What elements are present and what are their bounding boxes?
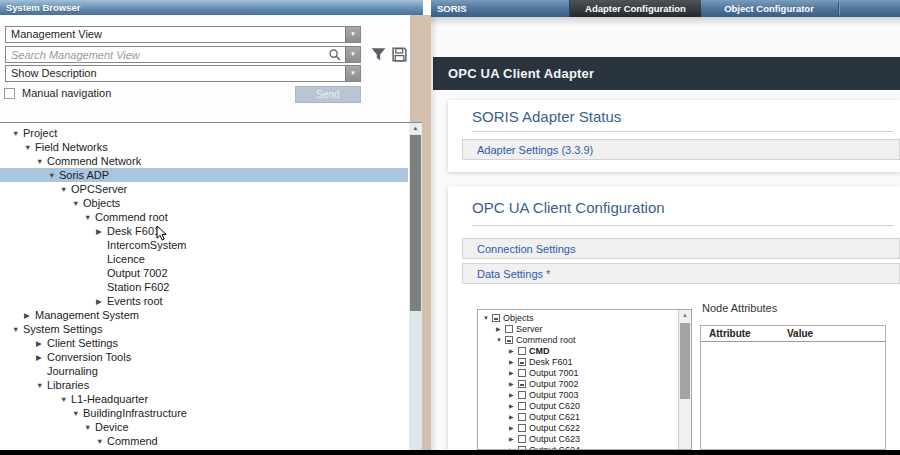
title-underline <box>472 131 893 132</box>
collapse-arrow-icon[interactable]: ▼ <box>60 393 71 407</box>
node-tree-item[interactable]: ▶Output 7003 <box>478 390 677 401</box>
tree-item[interactable]: ▼Commend <box>0 434 408 448</box>
tree-item[interactable]: ▶Desk F601 <box>0 224 408 238</box>
collapse-arrow-icon[interactable]: ▼ <box>496 335 505 346</box>
manual-navigation-checkbox[interactable] <box>4 88 15 99</box>
tree-item[interactable]: ▼OPCServer <box>0 182 408 196</box>
node-tree-item[interactable]: ▶Server <box>478 324 677 335</box>
adapter-settings-section[interactable]: Adapter Settings (3.3.9) <box>462 139 900 160</box>
node-checkbox[interactable] <box>518 424 526 432</box>
node-checkbox[interactable] <box>505 336 513 344</box>
scrollbar-thumb[interactable] <box>410 135 421 311</box>
tree-item[interactable]: ▶Client Settings <box>0 336 408 350</box>
node-checkbox[interactable] <box>518 435 526 443</box>
tree-item[interactable]: ▶Events root <box>0 294 408 308</box>
node-checkbox[interactable] <box>518 358 526 366</box>
expand-arrow-icon[interactable]: ▶ <box>96 225 107 239</box>
tree-item[interactable]: ▼Libraries <box>0 378 408 392</box>
expand-arrow-icon[interactable]: ▶ <box>509 434 518 445</box>
tree-item[interactable]: ▶Conversion Tools <box>0 350 408 364</box>
search-input[interactable] <box>6 47 311 62</box>
collapse-arrow-icon[interactable]: ▼ <box>84 421 95 435</box>
node-tree-item[interactable]: ▼Objects <box>478 313 677 324</box>
tree-item[interactable]: ▼Commend Network <box>0 154 408 168</box>
node-checkbox[interactable] <box>492 314 500 322</box>
collapse-arrow-icon[interactable]: ▼ <box>36 379 47 393</box>
tree-item[interactable]: ▼Device <box>0 420 408 434</box>
expand-arrow-icon[interactable]: ▶ <box>36 337 47 351</box>
expand-arrow-icon[interactable]: ▶ <box>509 368 518 379</box>
tree-item[interactable]: ▼BuildingInfrastructure <box>0 406 408 420</box>
data-settings-section[interactable]: Data Settings * <box>462 263 900 284</box>
collapse-arrow-icon[interactable]: ▼ <box>60 183 71 197</box>
node-tree-scrollbar[interactable]: ▲ <box>678 310 691 450</box>
expand-arrow-icon[interactable]: ▶ <box>509 412 518 423</box>
scroll-up-arrow-icon[interactable]: ▲ <box>409 123 422 134</box>
collapse-arrow-icon[interactable]: ▼ <box>483 313 492 324</box>
expand-arrow-icon[interactable]: ▶ <box>496 324 505 335</box>
tree-item[interactable]: ▼System Settings <box>0 322 408 336</box>
node-checkbox[interactable] <box>518 347 526 355</box>
scroll-up-arrow-icon[interactable]: ▲ <box>679 310 691 321</box>
tree-item-label: Soris ADP <box>59 169 109 181</box>
tab-adapter-configuration[interactable]: Adapter Configuration <box>569 0 701 17</box>
node-checkbox[interactable] <box>518 413 526 421</box>
send-button[interactable]: Send <box>295 86 361 103</box>
tree-item[interactable]: ▼Project <box>0 126 408 140</box>
node-checkbox[interactable] <box>518 391 526 399</box>
collapse-arrow-icon[interactable]: ▼ <box>48 169 59 183</box>
node-tree-item[interactable]: ▶Desk F601 <box>478 357 677 368</box>
management-view-dropdown[interactable]: Management View ▼ <box>5 26 361 43</box>
collapse-arrow-icon[interactable]: ▼ <box>72 197 83 211</box>
node-tree-item[interactable]: ▶CMD <box>478 346 677 357</box>
expand-arrow-icon[interactable]: ▶ <box>96 295 107 309</box>
node-tree-item[interactable]: ▶Output C621 <box>478 412 677 423</box>
tree-item[interactable]: ▶Management System <box>0 308 408 322</box>
tree-item[interactable]: ▼Field Networks <box>0 140 408 154</box>
expand-arrow-icon[interactable]: ▶ <box>509 390 518 401</box>
collapse-arrow-icon[interactable]: ▼ <box>24 141 35 155</box>
node-tree-item[interactable]: ▶Output 7001 <box>478 368 677 379</box>
node-checkbox[interactable] <box>518 369 526 377</box>
node-tree-item[interactable]: ▶Output 7002 <box>478 379 677 390</box>
save-floppy-icon[interactable] <box>391 46 408 63</box>
collapse-arrow-icon[interactable]: ▼ <box>12 127 23 141</box>
system-tree-scrollbar[interactable]: ▲ <box>409 123 422 450</box>
node-checkbox[interactable] <box>518 380 526 388</box>
scrollbar-thumb[interactable] <box>680 323 690 399</box>
collapse-arrow-icon[interactable]: ▼ <box>36 155 47 169</box>
tree-item[interactable]: ▼Objects <box>0 196 408 210</box>
node-checkbox[interactable] <box>518 402 526 410</box>
expand-arrow-icon[interactable]: ▶ <box>36 351 47 365</box>
tree-item[interactable]: ▼L1-Headquarter <box>0 392 408 406</box>
collapse-arrow-icon[interactable]: ▼ <box>84 211 95 225</box>
dropdown-arrow-icon[interactable]: ▼ <box>345 66 360 81</box>
tree-item[interactable]: Journaling <box>0 364 408 378</box>
expand-arrow-icon[interactable]: ▶ <box>24 309 35 323</box>
expand-arrow-icon[interactable]: ▶ <box>509 357 518 368</box>
node-tree-item[interactable]: ▶Output C623 <box>478 434 677 445</box>
tab-object-configurator[interactable]: Object Configurator <box>703 0 835 17</box>
search-dropdown-arrow-icon[interactable]: ▼ <box>345 47 360 62</box>
show-description-dropdown[interactable]: Show Description ▼ <box>5 65 361 82</box>
collapse-arrow-icon[interactable]: ▼ <box>72 407 83 421</box>
tree-item[interactable]: ▼Soris ADP <box>0 168 408 182</box>
collapse-arrow-icon[interactable]: ▼ <box>96 435 107 449</box>
node-tree-item[interactable]: ▼Commend root <box>478 335 677 346</box>
expand-arrow-icon[interactable]: ▶ <box>509 379 518 390</box>
expand-arrow-icon[interactable]: ▶ <box>509 423 518 434</box>
filter-funnel-icon[interactable] <box>370 46 387 63</box>
expand-arrow-icon[interactable]: ▶ <box>509 401 518 412</box>
tree-item[interactable]: Output 7002 <box>0 266 408 280</box>
collapse-arrow-icon[interactable]: ▼ <box>12 323 23 337</box>
tree-item[interactable]: Station F602 <box>0 280 408 294</box>
node-tree-item[interactable]: ▶Output C620 <box>478 401 677 412</box>
expand-arrow-icon[interactable]: ▶ <box>509 346 518 357</box>
connection-settings-section[interactable]: Connection Settings <box>462 238 900 259</box>
tree-item[interactable]: Licence <box>0 252 408 266</box>
tree-item[interactable]: ▼Commend root <box>0 210 408 224</box>
node-checkbox[interactable] <box>505 325 513 333</box>
node-tree-item[interactable]: ▶Output C622 <box>478 423 677 434</box>
dropdown-arrow-icon[interactable]: ▼ <box>345 27 360 42</box>
tree-item[interactable]: IntercomSystem <box>0 238 408 252</box>
